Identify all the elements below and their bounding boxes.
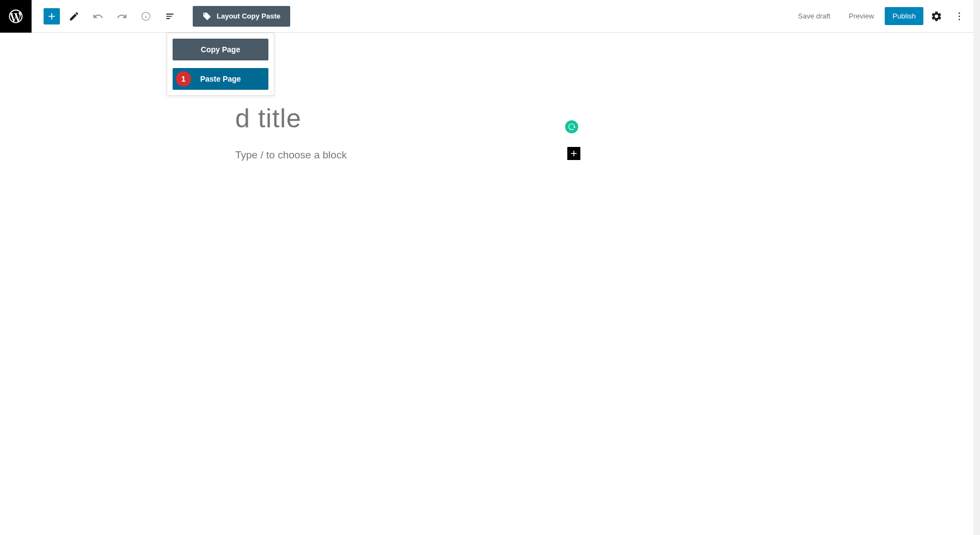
undo-button[interactable] xyxy=(88,7,108,26)
wordpress-icon xyxy=(8,8,24,24)
editor-content-area: d title Type / to choose a block xyxy=(0,33,980,87)
redo-button[interactable] xyxy=(112,7,132,26)
info-icon xyxy=(140,11,151,22)
scrollbar[interactable] xyxy=(973,0,980,535)
layout-button-label: Layout Copy Paste xyxy=(217,12,280,20)
title-placeholder[interactable]: d title xyxy=(235,103,302,133)
info-button[interactable] xyxy=(136,7,156,26)
svg-point-2 xyxy=(959,15,960,17)
publish-button[interactable]: Publish xyxy=(885,7,923,25)
top-toolbar: Layout Copy Paste Save draft Preview Pub… xyxy=(0,0,980,33)
toolbar-left-group: Layout Copy Paste xyxy=(32,6,290,27)
redo-icon xyxy=(117,11,127,22)
plus-icon xyxy=(46,11,57,22)
edit-mode-button[interactable] xyxy=(64,7,84,26)
preview-button[interactable]: Preview xyxy=(841,7,881,25)
save-draft-button[interactable]: Save draft xyxy=(791,7,838,25)
settings-button[interactable] xyxy=(927,7,946,26)
outline-button[interactable] xyxy=(160,7,180,26)
list-view-icon xyxy=(164,11,175,22)
add-block-inline-button[interactable] xyxy=(567,147,580,160)
wordpress-logo-button[interactable] xyxy=(0,0,32,33)
tag-icon xyxy=(203,12,211,21)
gear-icon xyxy=(930,10,942,22)
pencil-icon xyxy=(69,11,79,22)
block-placeholder[interactable]: Type / to choose a block xyxy=(235,149,347,161)
kebab-icon xyxy=(954,11,965,22)
layout-copy-paste-button[interactable]: Layout Copy Paste xyxy=(193,6,290,27)
undo-icon xyxy=(93,11,103,22)
grammarly-icon xyxy=(568,123,575,131)
plus-icon xyxy=(569,149,579,158)
svg-point-3 xyxy=(959,19,960,20)
more-options-button[interactable] xyxy=(950,7,969,26)
grammarly-badge[interactable] xyxy=(565,120,578,133)
add-block-toolbar-button[interactable] xyxy=(44,8,60,24)
toolbar-right-group: Save draft Preview Publish xyxy=(791,7,969,26)
svg-point-1 xyxy=(959,12,960,14)
